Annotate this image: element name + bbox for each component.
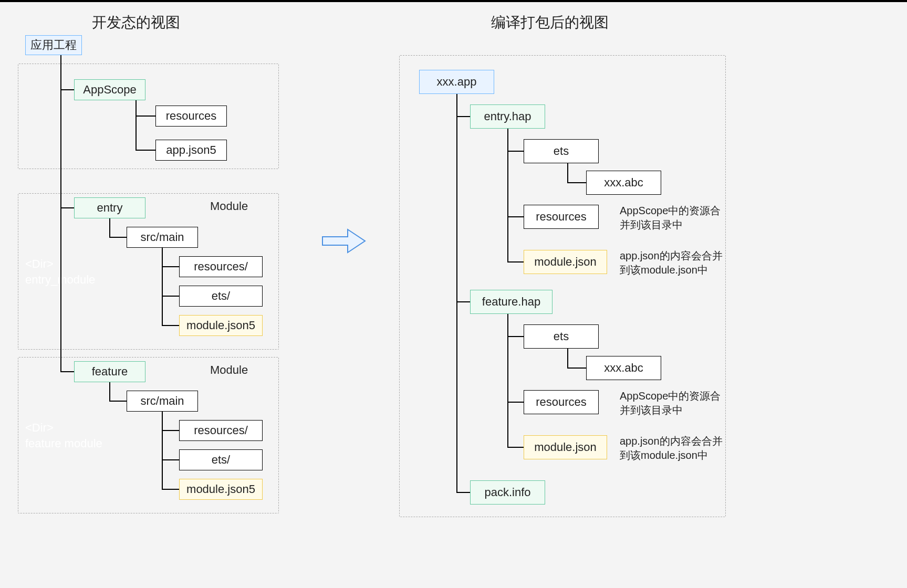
conn [60,55,61,372]
node-appjson5: app.json5 [155,140,227,161]
node-abc-1: xxx.abc [586,171,661,195]
conn [567,368,586,369]
conn [109,382,110,402]
node-packinfo: pack.info [470,480,545,505]
node-ets-right-1: ets [524,139,599,163]
node-feature: feature [74,361,145,382]
conn [162,266,179,267]
conn [507,261,524,262]
node-entry-hap: entry.hap [470,104,545,129]
conn [567,349,568,369]
node-modulejson-2: module.json [524,435,607,459]
conn [162,325,179,326]
node-resources-entry: resources/ [179,256,263,277]
node-entry: entry [74,197,145,218]
conn [162,459,179,460]
conn [456,492,470,493]
node-srcmain-entry: src/main [127,227,198,248]
node-feature-hap: feature.hap [470,290,552,314]
conn [507,151,524,152]
node-ets-right-2: ets [524,324,599,349]
right-title: 编译打包后的视图 [491,13,609,33]
node-ets-entry: ets/ [179,286,263,307]
conn [507,314,508,448]
conn [60,207,74,208]
node-modulejson5-feature: module.json5 [179,479,263,500]
conn [162,296,179,297]
node-abc-2: xxx.abc [586,356,661,380]
node-resources-right-2: resources [524,390,599,414]
conn [135,150,155,151]
conn [109,218,110,238]
label-module-2: Module [210,363,248,377]
conn [135,100,137,151]
node-resources: resources [155,106,227,127]
diagram-stage: 开发态的视图 编译打包后的视图 应用工程 AppScope resources … [0,0,907,588]
conn [507,129,508,262]
node-appscope: AppScope [74,79,145,100]
conn [567,163,568,183]
conn [456,94,457,493]
node-app-project: 应用工程 [25,35,82,55]
conn [162,489,179,490]
note-modulejson-1: app.json的内容会合并到该module.json中 [620,249,730,277]
left-title: 开发态的视图 [92,13,180,33]
label-module-1: Module [210,200,248,213]
arrow-icon [321,228,367,256]
conn [456,301,470,302]
top-divider [0,0,907,2]
note-resources-1: AppScope中的资源合并到该目录中 [620,204,725,232]
note-resources-2: AppScope中的资源合并到该目录中 [620,389,725,417]
node-resources-feature: resources/ [179,420,263,441]
conn [60,371,74,372]
conn [162,412,163,490]
node-xxx-app: xxx.app [419,70,494,94]
conn [162,430,179,431]
svg-marker-0 [322,229,365,253]
conn [109,401,127,402]
node-resources-right-1: resources [524,205,599,229]
conn [109,237,127,238]
conn [507,216,524,217]
conn [507,402,524,403]
conn [60,89,74,90]
node-modulejson5-entry: module.json5 [179,315,263,336]
node-ets-feature: ets/ [179,449,263,470]
conn [567,182,586,183]
conn [135,116,155,117]
note-modulejson-2: app.json的内容会合并到该module.json中 [620,434,730,463]
conn [162,248,163,326]
conn [507,447,524,448]
node-modulejson-1: module.json [524,250,607,274]
conn [507,336,524,337]
node-srcmain-feature: src/main [127,391,198,412]
conn [456,116,470,117]
